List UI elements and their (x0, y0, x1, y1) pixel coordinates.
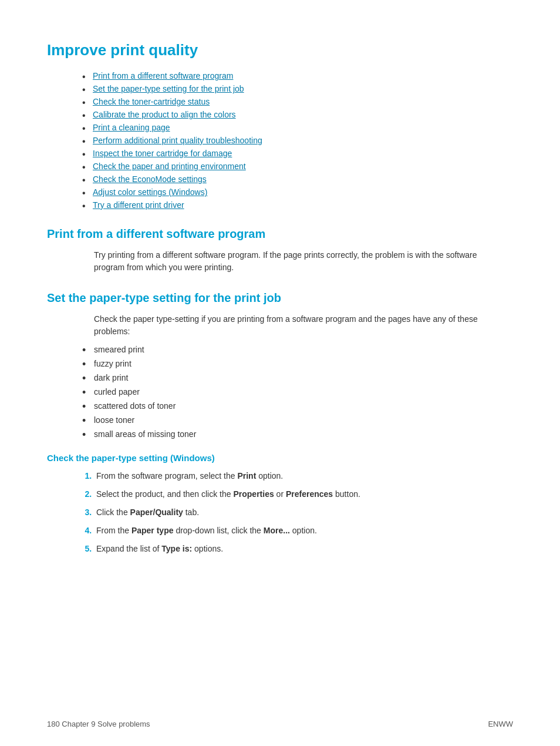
section-title-2: Set the paper-type setting for the print… (47, 291, 513, 305)
section-paragraph-1: Try printing from a different software p… (94, 249, 501, 274)
list-item[interactable]: Check the paper and printing environment (82, 162, 513, 171)
list-item[interactable]: Calibrate the product to align the color… (82, 110, 513, 119)
list-item: From the software program, select the Pr… (94, 470, 513, 482)
page-footer: 180 Chapter 9 Solve problems ENWW (0, 720, 560, 728)
steps-list: From the software program, select the Pr… (47, 470, 513, 555)
toc-link-5[interactable]: Print a cleaning page (93, 123, 170, 132)
list-item[interactable]: Adjust color settings (Windows) (82, 187, 513, 197)
list-item[interactable]: Print from a different software program (82, 71, 513, 80)
toc-link-7[interactable]: Inspect the toner cartridge for damage (93, 149, 232, 158)
list-item: loose toner (82, 415, 513, 425)
problems-bullet-list: smeared print fuzzy print dark print cur… (47, 345, 513, 439)
section-title-1: Print from a different software program (47, 227, 513, 241)
toc-link-8[interactable]: Check the paper and printing environment (93, 162, 246, 171)
footer-right: ENWW (488, 720, 513, 728)
list-item[interactable]: Check the EconoMode settings (82, 174, 513, 184)
subsection-title-1: Check the paper-type setting (Windows) (47, 453, 513, 463)
list-item[interactable]: Perform additional print quality trouble… (82, 136, 513, 145)
toc-list: Print from a different software program … (47, 71, 513, 210)
list-item: smeared print (82, 345, 513, 354)
list-item: scattered dots of toner (82, 401, 513, 411)
list-item: fuzzy print (82, 359, 513, 368)
list-item[interactable]: Try a different print driver (82, 200, 513, 210)
list-item: small areas of missing toner (82, 429, 513, 439)
section-body-2: Check the paper type-setting if you are … (47, 313, 513, 338)
list-item: From the Paper type drop-down list, clic… (94, 525, 513, 537)
toc-link-6[interactable]: Perform additional print quality trouble… (93, 136, 262, 145)
toc-link-2[interactable]: Set the paper-type setting for the print… (93, 84, 244, 93)
page-title: Improve print quality (47, 41, 513, 59)
list-item: dark print (82, 373, 513, 382)
section-paragraph-2: Check the paper type-setting if you are … (94, 313, 501, 338)
list-item: Click the Paper/Quality tab. (94, 506, 513, 519)
toc-link-3[interactable]: Check the toner-cartridge status (93, 97, 210, 106)
toc-link-11[interactable]: Try a different print driver (93, 200, 184, 210)
toc-link-10[interactable]: Adjust color settings (Windows) (93, 187, 207, 197)
list-item[interactable]: Set the paper-type setting for the print… (82, 84, 513, 93)
footer-left: 180 Chapter 9 Solve problems (47, 720, 150, 728)
toc-link-9[interactable]: Check the EconoMode settings (93, 174, 207, 184)
list-item[interactable]: Print a cleaning page (82, 123, 513, 132)
list-item: Expand the list of Type is: options. (94, 543, 513, 555)
section-body-1: Try printing from a different software p… (47, 249, 513, 274)
list-item[interactable]: Check the toner-cartridge status (82, 97, 513, 106)
list-item: curled paper (82, 387, 513, 396)
toc-link-4[interactable]: Calibrate the product to align the color… (93, 110, 236, 119)
list-item: Select the product, and then click the P… (94, 488, 513, 500)
list-item[interactable]: Inspect the toner cartridge for damage (82, 149, 513, 158)
toc-link-1[interactable]: Print from a different software program (93, 71, 233, 80)
